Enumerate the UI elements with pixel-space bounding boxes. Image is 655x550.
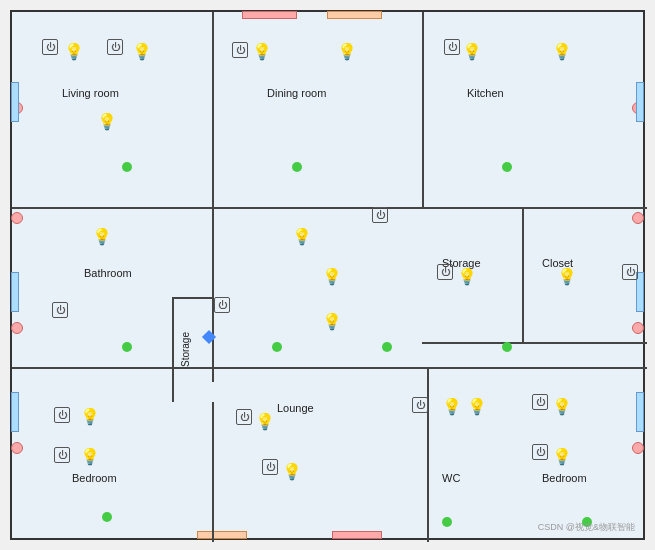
door-blue-left-1	[11, 82, 19, 122]
bulb-lounge-4[interactable]: 💡	[255, 412, 275, 431]
bulb-wc-2[interactable]: 💡	[467, 397, 487, 416]
dining-room-label: Dining room	[267, 87, 326, 99]
sensor-right-2	[632, 212, 644, 224]
wall-h4b	[427, 367, 647, 369]
bulb-storage-right-1[interactable]: 💡	[457, 267, 477, 286]
wc-label: WC	[442, 472, 460, 484]
sensor-kitchen-1	[502, 162, 512, 172]
bulb-dining-1[interactable]: 💡	[252, 42, 272, 61]
power-bedroom-left-2[interactable]: ⏻	[54, 447, 70, 463]
floor-plan: Living room Dining room Kitchen Bathroom…	[10, 10, 645, 540]
door-bottom-2	[332, 531, 382, 539]
wall-v5b	[212, 402, 214, 542]
bulb-bedroom-left-2[interactable]: 💡	[80, 447, 100, 466]
bulb-kitchen-2[interactable]: 💡	[552, 42, 572, 61]
sensor-living-1	[122, 162, 132, 172]
bedroom-left-label: Bedroom	[72, 472, 117, 484]
power-dining-1[interactable]: ⏻	[232, 42, 248, 58]
bulb-lounge-3[interactable]: 💡	[322, 312, 342, 331]
door-top-2	[327, 11, 382, 19]
sensor-wc	[442, 517, 452, 527]
bulb-bedroom-right-2[interactable]: 💡	[552, 447, 572, 466]
power-wc[interactable]: ⏻	[412, 397, 428, 413]
bulb-living-3[interactable]: 💡	[97, 112, 117, 131]
storage-left-label: Storage	[180, 332, 191, 367]
power-bathroom-1[interactable]: ⏻	[52, 302, 68, 318]
power-storage-right[interactable]: ⏻	[437, 264, 453, 280]
power-living-1[interactable]: ⏻	[42, 39, 58, 55]
power-living-2[interactable]: ⏻	[107, 39, 123, 55]
wall-v3	[522, 207, 524, 342]
door-blue-left-3	[11, 392, 19, 432]
wall-h3	[422, 342, 647, 344]
kitchen-label: Kitchen	[467, 87, 504, 99]
door-top-1	[242, 11, 297, 19]
bulb-dining-2[interactable]: 💡	[337, 42, 357, 61]
sensor-right-3	[632, 322, 644, 334]
living-room-label: Living room	[62, 87, 119, 99]
wall-h2	[212, 207, 647, 209]
bulb-lounge-1[interactable]: 💡	[292, 227, 312, 246]
sensor-left-2	[11, 212, 23, 224]
bulb-bedroom-left-1[interactable]: 💡	[80, 407, 100, 426]
power-lounge-3[interactable]: ⏻	[262, 459, 278, 475]
sensor-lounge-1	[272, 342, 282, 352]
power-closet[interactable]: ⏻	[622, 264, 638, 280]
wall-storage-h	[172, 297, 214, 299]
bulb-living-1[interactable]: 💡	[64, 42, 84, 61]
wall-v2	[422, 12, 424, 207]
wall-storage-v	[172, 297, 174, 402]
sensor-left-3	[11, 322, 23, 334]
bathroom-label: Bathroom	[84, 267, 132, 279]
sensor-lounge-2	[382, 342, 392, 352]
power-lounge-2[interactable]: ⏻	[236, 409, 252, 425]
wall-v4	[427, 367, 429, 542]
watermark: CSDN @视觉&物联智能	[538, 521, 635, 534]
door-blue-right-3	[636, 392, 644, 432]
sensor-left-4	[11, 442, 23, 454]
sensor-bedroom-left	[102, 512, 112, 522]
bulb-wc-1[interactable]: 💡	[442, 397, 462, 416]
power-kitchen-1[interactable]: ⏻	[444, 39, 460, 55]
wall-h1	[12, 207, 212, 209]
sensor-bathroom-1	[122, 342, 132, 352]
bulb-bathroom-1[interactable]: 💡	[92, 227, 112, 246]
door-blue-right-1	[636, 82, 644, 122]
bedroom-right-label: Bedroom	[542, 472, 587, 484]
power-storage-left[interactable]: ⏻	[214, 297, 230, 313]
sensor-right-4	[632, 442, 644, 454]
power-bedroom-right-2[interactable]: ⏻	[532, 444, 548, 460]
bulb-bedroom-right-1[interactable]: 💡	[552, 397, 572, 416]
lounge-label: Lounge	[277, 402, 314, 414]
power-lounge-1[interactable]: ⏻	[372, 207, 388, 223]
bulb-lounge-2[interactable]: 💡	[322, 267, 342, 286]
sensor-dining-1	[292, 162, 302, 172]
bulb-living-2[interactable]: 💡	[132, 42, 152, 61]
power-bedroom-right[interactable]: ⏻	[532, 394, 548, 410]
door-bottom-1	[197, 531, 247, 539]
bulb-lounge-5[interactable]: 💡	[282, 462, 302, 481]
bulb-closet-1[interactable]: 💡	[557, 267, 577, 286]
door-blue-left-2	[11, 272, 19, 312]
sensor-right-area	[502, 342, 512, 352]
wall-h4	[12, 367, 427, 369]
power-bedroom-left-1[interactable]: ⏻	[54, 407, 70, 423]
bulb-kitchen-1[interactable]: 💡	[462, 42, 482, 61]
